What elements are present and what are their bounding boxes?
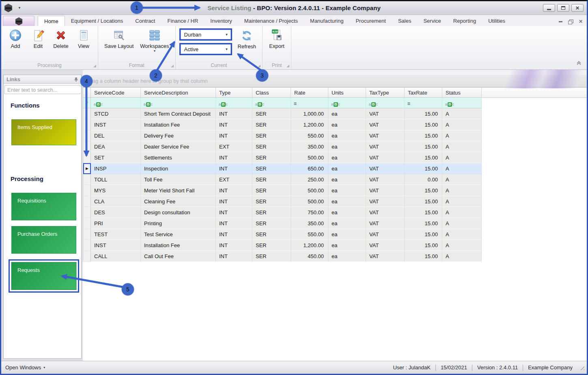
table-cell[interactable]: SER: [252, 251, 291, 262]
table-cell[interactable]: 15.00: [405, 119, 442, 130]
export-button[interactable]: XLSX Export: [266, 28, 287, 50]
table-row[interactable]: CLACleaning FeeINTSER500.00eaVAT15.00A: [83, 196, 587, 207]
table-cell[interactable]: 15.00: [405, 251, 442, 262]
table-cell[interactable]: VAT: [366, 218, 405, 229]
table-cell[interactable]: ea: [328, 185, 366, 196]
table-cell[interactable]: SER: [252, 229, 291, 240]
close-button[interactable]: ✕: [571, 4, 584, 12]
table-cell[interactable]: ea: [328, 229, 366, 240]
table-cell[interactable]: Design consultation: [141, 207, 216, 218]
table-cell[interactable]: 350.00: [291, 141, 328, 152]
table-cell[interactable]: CLA: [91, 196, 141, 207]
table-cell[interactable]: SER: [252, 141, 291, 152]
filter-cell-servicedescription[interactable]: aBc: [141, 98, 216, 108]
table-cell[interactable]: VAT: [366, 229, 405, 240]
table-cell[interactable]: VAT: [366, 185, 405, 196]
table-cell[interactable]: INT: [216, 152, 252, 163]
table-cell[interactable]: EXT: [216, 174, 252, 185]
mdi-restore-icon[interactable]: [568, 19, 573, 24]
tab-home[interactable]: Home: [38, 16, 65, 26]
tab-equipment-locations[interactable]: Equipment / Locations: [65, 16, 129, 26]
minimize-button[interactable]: [543, 4, 555, 12]
application-menu-button[interactable]: [3, 16, 34, 26]
table-cell[interactable]: ea: [328, 119, 366, 130]
filter-cell-status[interactable]: aBc: [442, 98, 482, 108]
row-indicator[interactable]: [83, 251, 91, 262]
table-cell[interactable]: INT: [216, 130, 252, 141]
table-cell[interactable]: INT: [216, 229, 252, 240]
table-row[interactable]: ▶INSPInspectionINTSER650.00eaVAT15.00A: [83, 163, 587, 174]
ribbon-collapse-button[interactable]: [576, 60, 582, 67]
table-cell[interactable]: DEL: [91, 130, 141, 141]
table-cell[interactable]: ea: [328, 251, 366, 262]
table-cell[interactable]: SER: [252, 152, 291, 163]
mdi-minimize-icon[interactable]: [559, 21, 562, 22]
search-input[interactable]: [5, 87, 81, 93]
table-cell[interactable]: SER: [252, 207, 291, 218]
table-cell[interactable]: DEA: [91, 141, 141, 152]
table-cell[interactable]: A: [442, 152, 482, 163]
table-cell[interactable]: ea: [328, 108, 366, 119]
column-header-class[interactable]: Class: [252, 87, 291, 98]
filter-cell-servicecode[interactable]: aBc: [91, 98, 141, 108]
table-cell[interactable]: A: [442, 108, 482, 119]
tab-contract[interactable]: Contract: [129, 16, 161, 26]
resize-grip[interactable]: [579, 365, 584, 370]
add-button[interactable]: Add: [5, 28, 26, 50]
table-cell[interactable]: 15.00: [405, 130, 442, 141]
table-cell[interactable]: Short Term Contract Deposit: [141, 108, 216, 119]
table-cell[interactable]: SER: [252, 218, 291, 229]
column-header-units[interactable]: Units: [328, 87, 366, 98]
table-cell[interactable]: A: [442, 141, 482, 152]
tab-maintenance-projects[interactable]: Maintenance / Projects: [238, 16, 304, 26]
table-cell[interactable]: A: [442, 174, 482, 185]
table-row[interactable]: PRIPrintingINTSER350.00eaVAT15.00A: [83, 218, 587, 229]
table-cell[interactable]: Installation Fee: [141, 119, 216, 130]
table-cell[interactable]: Inspection: [141, 163, 216, 174]
table-row[interactable]: DELDelivery FeeINTSER550.00eaVAT15.00A: [83, 130, 587, 141]
table-cell[interactable]: Meter Yield Short Fall: [141, 185, 216, 196]
column-header-servicecode[interactable]: ServiceCode: [91, 87, 141, 98]
table-cell[interactable]: ea: [328, 152, 366, 163]
table-cell[interactable]: ea: [328, 130, 366, 141]
table-cell[interactable]: 750.00: [291, 207, 328, 218]
table-row[interactable]: DESDesign consultationINTSER750.00eaVAT1…: [83, 207, 587, 218]
sidebar-button-items-supplied[interactable]: Items Supplied: [11, 119, 76, 145]
table-cell[interactable]: 15.00: [405, 229, 442, 240]
table-cell[interactable]: VAT: [366, 141, 405, 152]
table-cell[interactable]: SER: [252, 108, 291, 119]
table-cell[interactable]: 250.00: [291, 174, 328, 185]
table-cell[interactable]: Settlements: [141, 152, 216, 163]
table-cell[interactable]: MYS: [91, 185, 141, 196]
table-cell[interactable]: Cleaning Fee: [141, 196, 216, 207]
table-cell[interactable]: SER: [252, 196, 291, 207]
location-dropdown[interactable]: Durban ▼: [181, 30, 231, 39]
table-cell[interactable]: A: [442, 185, 482, 196]
row-indicator[interactable]: [83, 141, 91, 152]
tab-procurement[interactable]: Procurement: [349, 16, 392, 26]
table-row[interactable]: STCDShort Term Contract DepositINTSER1,0…: [83, 108, 587, 119]
column-header-type[interactable]: Type: [216, 87, 252, 98]
app-logo-icon[interactable]: [4, 4, 12, 12]
table-cell[interactable]: INST: [91, 119, 141, 130]
column-header-status[interactable]: Status: [442, 87, 482, 98]
table-cell[interactable]: 15.00: [405, 240, 442, 251]
dialog-launcher-icon[interactable]: [171, 65, 174, 67]
filter-cell-class[interactable]: aBc: [252, 98, 291, 108]
table-cell[interactable]: CALL: [91, 251, 141, 262]
table-row[interactable]: TOLLToll FeeEXTSER250.00eaVAT0.00A: [83, 174, 587, 185]
tab-service[interactable]: Service: [417, 16, 447, 26]
row-indicator[interactable]: [83, 196, 91, 207]
table-cell[interactable]: Toll Fee: [141, 174, 216, 185]
filter-cell-type[interactable]: aBc: [216, 98, 252, 108]
table-cell[interactable]: VAT: [366, 130, 405, 141]
row-indicator[interactable]: [83, 240, 91, 251]
row-indicator[interactable]: [83, 207, 91, 218]
table-cell[interactable]: A: [442, 163, 482, 174]
column-header-servicedescription[interactable]: ServiceDescription: [141, 87, 216, 98]
table-row[interactable]: DEADealer Service FeeEXTSER350.00eaVAT15…: [83, 141, 587, 152]
table-cell[interactable]: VAT: [366, 163, 405, 174]
table-row[interactable]: CALLCall Out FeeINTSER450.00eaVAT15.00A: [83, 251, 587, 262]
table-cell[interactable]: 15.00: [405, 108, 442, 119]
table-cell[interactable]: TOLL: [91, 174, 141, 185]
